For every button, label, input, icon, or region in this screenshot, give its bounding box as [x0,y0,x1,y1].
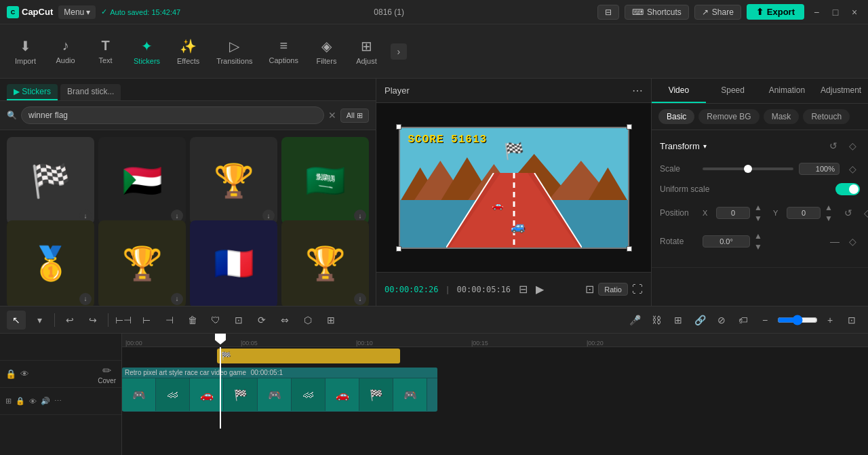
tracks-area: 🏁 Retro pixel art style race car video g… [122,347,868,429]
transform-header: Transform ▾ ↺ ◇ [660,138,860,153]
tool-captions[interactable]: ≡ Captions [262,34,305,68]
stickers-panel-tab[interactable]: ▶ Stickers [7,84,58,100]
subtab-remove-bg[interactable]: Remove BG [698,109,759,124]
tool-text[interactable]: T Text [87,34,124,68]
brand-stickers-tab[interactable]: Brand stick... [60,84,121,100]
scale-diamond-button[interactable]: ◇ [845,161,860,176]
minimize-button[interactable]: − [810,5,823,19]
fit-view-button[interactable]: ⊡ [842,311,861,330]
tool-stickers[interactable]: ✦ Stickers [127,34,167,69]
sticker-item-saudi-flag[interactable]: 🇸🇦 ↓ [281,137,369,224]
transform-reset-button[interactable]: ↺ [826,138,841,153]
car-green: 🚗 [492,199,503,210]
tool-audio[interactable]: ♪ Audio [47,34,84,68]
mirror-button[interactable]: ⬡ [298,311,317,330]
timeline-tracks-container: |00:00 |00:05 |00:10 |00:15 |00:20 🏁 Ret… [122,334,868,455]
position-y-decrement[interactable]: ▼ [823,213,834,224]
fullscreen-fit-button[interactable]: ⊡ [585,283,594,296]
tool-transitions[interactable]: ▷ Transitions [210,34,259,69]
tab-video[interactable]: Video [652,79,706,103]
position-x-increment[interactable]: ▲ [753,202,764,213]
sticker-item-champion-trophy[interactable]: 🏆 ↓ [281,220,369,306]
select-tool-button[interactable]: ↖ [7,311,26,330]
timeline-body: 🔒 👁 ✏ Cover ⊞ 🔒 👁 🔊 ⋯ [0,334,868,455]
position-reset-button[interactable]: ↺ [841,205,856,220]
sticker-item-gold-trophy[interactable]: 🥇 ↓ [7,220,94,306]
grid-button[interactable]: ⊞ [669,311,688,330]
subtab-mask[interactable]: Mask [764,109,800,124]
label-button[interactable]: 🏷 [734,311,753,330]
subtab-basic[interactable]: Basic [658,109,694,124]
sticker-item-world-cup[interactable]: 🏆 ↓ [190,137,277,224]
loop-button[interactable]: ⟳ [252,311,271,330]
x-pos-controls: ▲ ▼ [716,202,764,224]
sticker-timeline-track[interactable]: 🏁 [217,349,400,363]
subtab-retouch[interactable]: Retouch [803,109,850,124]
link-button[interactable]: 🔗 [690,311,709,330]
rotate-diamond-button[interactable]: ◇ [845,234,860,249]
sticker-item-sudan-flag[interactable]: 🇸🇩 ↓ [98,137,186,224]
tool-import[interactable]: ⬇ Import [7,34,44,69]
chain-button[interactable]: ⛓ [647,311,666,330]
sticker-header-spacer [0,334,121,361]
split-button[interactable]: ⊢⊣ [114,311,133,330]
split-right-button[interactable]: ⊣ [160,311,179,330]
zoom-out-button[interactable]: − [755,311,774,330]
menu-button[interactable]: Menu ▾ [58,5,96,19]
ratio-button[interactable]: Ratio [598,283,628,296]
tool-effects[interactable]: ✨ Effects [170,34,207,69]
transform-diamond-button[interactable]: ◇ [845,138,860,153]
undo-button[interactable]: ↩ [60,311,79,330]
split-left-button[interactable]: ⊢ [137,311,156,330]
maximize-button[interactable]: □ [829,5,842,19]
tab-adjustment[interactable]: Adjustment [814,79,868,103]
delete-button[interactable]: 🗑 [183,311,202,330]
clear-search-button[interactable]: ✕ [328,110,336,121]
position-diamond-button[interactable]: ◇ [860,205,868,220]
shortcuts-button[interactable]: ⌨ Shortcuts [625,5,689,20]
scale-input[interactable] [799,163,840,175]
tab-animation[interactable]: Animation [760,79,814,103]
toolbar-expand-button[interactable]: › [391,43,407,60]
panel-tabs: ▶ Stickers Brand stick... [0,79,376,101]
tool-adjust[interactable]: ⊞ Adjust [348,34,385,69]
play-button[interactable]: ▶ [536,283,544,296]
filter-button[interactable]: All ⊞ [340,108,369,123]
position-x-input[interactable] [716,207,750,219]
uniform-scale-toggle[interactable] [835,183,860,195]
tool-filters[interactable]: ◈ Filters [308,34,345,69]
redo-button[interactable]: ↪ [83,311,102,330]
position-y-increment[interactable]: ▲ [823,202,834,213]
rotate-decrement[interactable]: ▼ [753,241,764,252]
unlink-button[interactable]: ⊘ [712,311,731,330]
close-button[interactable]: × [848,5,861,19]
sticker-item-stars-trophy[interactable]: 🏆 ↓ [98,220,186,306]
position-y-input[interactable] [787,207,821,219]
shield-button[interactable]: 🛡 [206,311,225,330]
video-track-controls: ✏ Cover [98,364,116,384]
zoom-slider[interactable] [777,315,818,325]
score-display: SCORE 51613 [408,134,488,146]
transform-tl-button[interactable]: ⇔ [275,311,294,330]
rotate-increment[interactable]: ▲ [753,231,764,241]
search-input[interactable] [21,106,324,124]
fullscreen-button[interactable]: ⛶ [632,283,643,296]
cover-button[interactable]: ✏ Cover [98,364,116,384]
scale-slider[interactable] [703,167,793,170]
zoom-in-button[interactable]: + [821,311,840,330]
position-x-decrement[interactable]: ▼ [753,213,764,224]
sticker-item-checkered-flag[interactable]: 🏁 ↓ [7,137,94,224]
video-timeline-track[interactable]: Retro pixel art style race car video gam… [122,368,437,412]
tab-speed[interactable]: Speed [706,79,760,103]
rotate-input[interactable] [703,235,750,248]
mic-button[interactable]: 🎤 [625,311,644,330]
timeline-view-button[interactable]: ⊟ [519,283,528,296]
tl-dropdown-button[interactable]: ▾ [30,311,49,330]
crop-button[interactable]: ⊡ [229,311,248,330]
share-button[interactable]: ↗ Share [694,5,741,20]
player-menu-button[interactable]: ⋯ [632,84,643,97]
export-button[interactable]: ⬆ Export [747,4,804,20]
layout-button[interactable]: ⊟ [597,5,619,20]
more-button[interactable]: ⊞ [321,311,340,330]
sticker-item-france-flag[interactable]: 🇫🇷 [190,220,277,306]
